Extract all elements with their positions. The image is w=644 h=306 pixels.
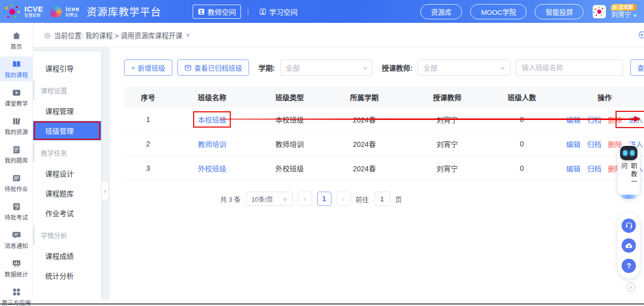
logo-secondary-brand: icve <box>66 6 79 12</box>
resource-library-button[interactable]: 资源库 <box>420 4 463 19</box>
col-class-name: 班级名称 <box>172 92 253 102</box>
menu-item-course-management[interactable]: 课程管理 <box>33 101 101 120</box>
goto-label: 前往 <box>356 194 369 204</box>
menu-item-class-management[interactable]: 班级管理 <box>33 121 101 140</box>
nav-teacher-label: 教师空间 <box>207 7 236 17</box>
col-seq: 序号 <box>124 92 172 102</box>
enter-link[interactable]: 进入 <box>629 116 643 124</box>
pagination: 共 3 条 10条/页 ∨ ‹ 1 › 前往 页 <box>220 192 402 206</box>
nav-divider: | <box>247 8 249 15</box>
nav-teacher-space[interactable]: 教师空间 <box>193 5 241 19</box>
back-button[interactable]: 返回 <box>638 30 644 40</box>
teacher-select[interactable]: 全部 ∨ <box>418 59 510 76</box>
headset-icon <box>625 221 633 230</box>
breadcrumb-label: 当前位置: <box>54 30 83 40</box>
avatar[interactable] <box>593 5 606 18</box>
sidebar-item-my-courses[interactable]: 我的课程 <box>0 56 33 81</box>
menu-item-course-question-bank[interactable]: 课程题库 <box>33 183 101 203</box>
search-button[interactable]: 查询 <box>630 59 644 76</box>
menu-item-course-design[interactable]: 课程设计 <box>33 164 101 183</box>
sidebar-item-third-party-apps[interactable]: 第三方应用 <box>0 284 33 306</box>
sidebar-item-statistics[interactable]: 数据统计 <box>0 256 33 281</box>
cell-semester: 2024春 <box>327 114 402 125</box>
sidebar-item-classroom-teaching[interactable]: 课堂教学 <box>0 85 33 110</box>
floating-close-button[interactable]: × <box>626 283 635 292</box>
breadcrumb-caret-icon[interactable]: ∨ <box>185 32 191 38</box>
goto-page-input[interactable] <box>374 192 390 206</box>
next-page-button[interactable]: › <box>336 192 351 206</box>
menu-section-course-settings: 课程设置 <box>33 80 101 100</box>
col-class-type: 班级类型 <box>252 92 327 102</box>
chevron-down-icon: ∨ <box>500 65 506 71</box>
plus-icon: + <box>131 64 135 72</box>
filter-toolbar: +新增班级 查看已归档班级 学期: 全部 ∨ 授课教师: 全部 ∨ <box>124 59 644 76</box>
logo-secondary-sub: 职教云 <box>66 13 79 17</box>
class-name-link[interactable]: 教师培训 <box>198 140 226 148</box>
col-student-count: 班级人数 <box>493 92 551 102</box>
customer-service-button[interactable] <box>622 219 636 233</box>
main-content: +新增班级 查看已归档班级 学期: 全部 ∨ 授课教师: 全部 ∨ <box>110 47 644 300</box>
sidebar-gap: « <box>101 47 110 300</box>
archive-link[interactable]: 归档 <box>587 139 601 149</box>
username: 刘宵宁 <box>611 11 631 19</box>
assistant-widget[interactable]: 职教一问 <box>618 144 640 199</box>
chevron-down-icon: ∨ <box>282 196 288 202</box>
menu-item-statistical-analysis[interactable]: 统计分析 <box>33 266 101 285</box>
smart-cast-button[interactable]: 智能投屏 <box>535 4 584 19</box>
sidebar-item-pending-homework[interactable]: 待批作业 <box>0 170 33 195</box>
sidebar-item-my-question-bank[interactable]: 我的题库 <box>0 142 33 167</box>
question-bank-icon <box>12 145 21 155</box>
nav-student-space[interactable]: 学习空间 <box>255 5 302 18</box>
menu-section-teaching-tasks: 教学任务 <box>33 143 101 162</box>
sidebar-item-messages[interactable]: 消息通知 <box>0 227 33 252</box>
close-icon: × <box>629 285 632 290</box>
semester-select[interactable]: 全部 ∨ <box>280 59 373 76</box>
user-menu[interactable]: 正式版 刘宵宁 ∨ <box>611 4 637 19</box>
prev-page-button[interactable]: ‹ <box>298 192 312 206</box>
menu-item-course-guide[interactable]: 课程引导 <box>33 58 101 78</box>
menu-section-learning-analysis: 学情分析 <box>33 225 101 244</box>
sidebar-item-pending-exams[interactable]: 待批考试 <box>0 199 33 224</box>
page-size-select[interactable]: 10条/页 ∨ <box>246 192 293 206</box>
app-header: ICVE 智慧职教 icve 职教云 资源库教学平台 教师空间 | 学习空间 资… <box>0 0 644 23</box>
delete-link[interactable]: 删除 <box>608 114 622 125</box>
view-archived-button[interactable]: 查看已归档班级 <box>177 59 250 76</box>
edit-link[interactable]: 编辑 <box>566 163 580 173</box>
version-badge: 正式版 <box>611 4 637 11</box>
semester-label: 学期: <box>258 63 275 73</box>
current-page-button[interactable]: 1 <box>317 192 331 206</box>
edit-link[interactable]: 编辑 <box>566 139 580 149</box>
download-button[interactable] <box>622 238 636 253</box>
secondary-sidebar: 课程引导 课程设置 课程管理 班级管理 教学任务 课程设计 课程题库 作业考试 … <box>33 51 101 300</box>
class-table: 序号 班级名称 班级类型 所属学期 授课教师 班级人数 操作 1 本校班级 本校… <box>124 87 644 180</box>
app-grid-icon <box>12 287 21 297</box>
col-semester: 所属学期 <box>327 92 402 102</box>
floating-toolbar: ? <box>618 212 640 279</box>
class-name-link[interactable]: 本校班级 <box>198 116 226 124</box>
menu-item-course-grades[interactable]: 课程成绩 <box>33 246 101 265</box>
sidebar-item-home[interactable]: 首页 <box>0 28 33 53</box>
sidebar-item-my-resources[interactable]: 我的资源 <box>0 113 33 138</box>
cell-class-type: 教师培训 <box>252 139 327 149</box>
mooc-college-button[interactable]: MOOC学院 <box>470 4 527 19</box>
menu-item-homework-exams[interactable]: 作业考试 <box>33 203 101 223</box>
page-title: 资源库教学平台 <box>86 4 161 19</box>
teacher-space-icon <box>198 8 205 15</box>
sidebar-collapse-handle[interactable]: « <box>101 181 109 200</box>
archive-link[interactable]: 归档 <box>587 114 601 125</box>
cell-class-type: 外校班级 <box>252 163 327 173</box>
class-name-search-input[interactable] <box>515 59 623 76</box>
open-book-icon <box>12 59 21 69</box>
edit-link[interactable]: 编辑 <box>566 114 580 125</box>
add-class-button[interactable]: +新增班级 <box>124 59 172 76</box>
cell-seq: 2 <box>124 140 172 148</box>
logo-primary-sub: 智慧职教 <box>24 14 43 18</box>
user-caret-icon: ∨ <box>632 13 637 18</box>
class-name-link[interactable]: 外校班级 <box>198 165 226 173</box>
archive-link[interactable]: 归档 <box>587 163 601 173</box>
statistics-board-icon <box>12 259 21 268</box>
icve-shell-icon <box>50 6 62 17</box>
pagination-total: 共 3 条 <box>220 194 240 204</box>
cell-teacher: 刘宵宁 <box>402 139 493 149</box>
help-button[interactable]: ? <box>622 259 636 273</box>
